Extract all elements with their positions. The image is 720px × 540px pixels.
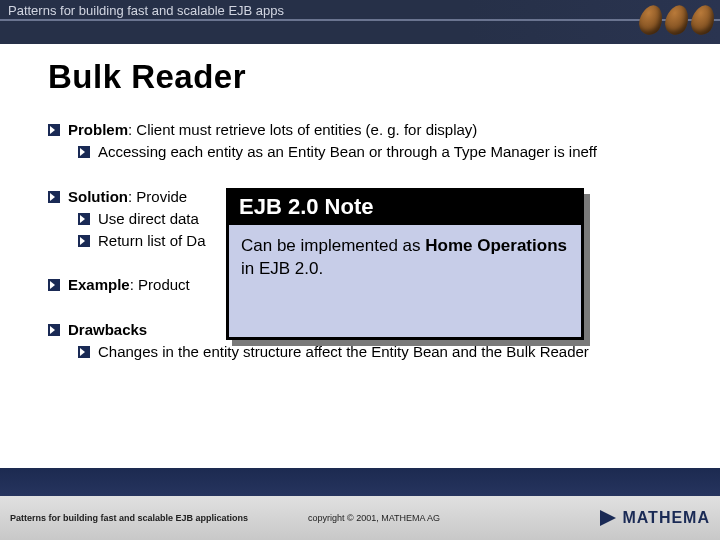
bullet-text: Drawbacks	[68, 320, 147, 340]
coffee-bean-icon	[688, 2, 718, 37]
bullet-icon	[48, 324, 60, 336]
footer-left: Patterns for building fast and scalable …	[10, 513, 248, 523]
slide-header: Patterns for building fast and scalable …	[0, 0, 720, 44]
bullet-text: Solution: Provide	[68, 187, 187, 207]
slide-footer: Patterns for building fast and scalable …	[0, 496, 720, 540]
coffee-bean-icon	[662, 2, 692, 37]
section-problem: Problem: Client must retrieve lots of en…	[48, 120, 692, 163]
bullet-icon	[78, 146, 90, 158]
bullet-drawbacks-sub: Changes in the entity structure affect t…	[78, 342, 692, 362]
logo-triangle-icon	[600, 510, 616, 526]
note-body: Can be implemented as Home Operations in…	[229, 225, 581, 281]
bullet-problem-sub: Accessing each entity as an Entity Bean …	[78, 142, 692, 162]
bullet-text: Use direct data	[98, 209, 199, 229]
mathema-logo: MATHEMA	[600, 509, 710, 527]
bullet-icon	[78, 235, 90, 247]
bullet-text: Return list of Da	[98, 231, 206, 251]
footer-accent-bar	[0, 468, 720, 496]
header-subtitle: Patterns for building fast and scalable …	[8, 3, 284, 18]
slide-title: Bulk Reader	[48, 58, 692, 96]
coffee-bean-icon	[636, 2, 666, 37]
bullet-text: Changes in the entity structure affect t…	[98, 342, 589, 362]
logo-text: MATHEMA	[622, 509, 710, 527]
footer-copyright: copyright © 2001, MATHEMA AG	[308, 513, 600, 523]
bullet-icon	[48, 124, 60, 136]
bullet-problem: Problem: Client must retrieve lots of en…	[48, 120, 692, 140]
coffee-beans-decoration	[604, 0, 714, 42]
bullet-icon	[78, 346, 90, 358]
bullet-text: Accessing each entity as an Entity Bean …	[98, 142, 597, 162]
note-title: EJB 2.0 Note	[229, 191, 581, 225]
ejb-note-box: EJB 2.0 Note Can be implemented as Home …	[226, 188, 584, 340]
bullet-text: Problem: Client must retrieve lots of en…	[68, 120, 477, 140]
bullet-text: Example: Product	[68, 275, 190, 295]
bullet-icon	[78, 213, 90, 225]
bullet-icon	[48, 191, 60, 203]
bullet-icon	[48, 279, 60, 291]
